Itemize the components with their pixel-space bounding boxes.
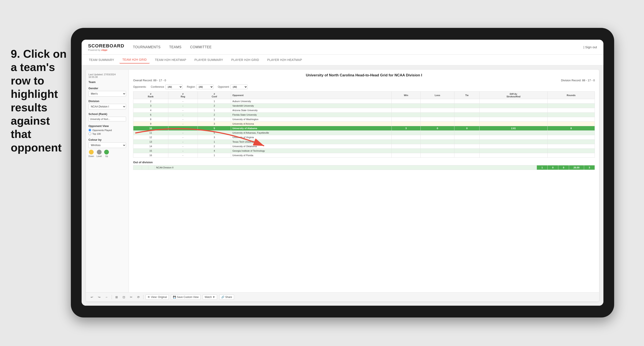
tie-cell — [454, 135, 480, 140]
tab-player-summary[interactable]: PLAYER SUMMARY — [191, 56, 226, 63]
table-row[interactable]: 10-5University of Alabama3002.618 — [133, 126, 595, 131]
tab-team-summary[interactable]: TEAM SUMMARY — [86, 56, 117, 63]
watch-label: Watch ▼ — [205, 296, 215, 299]
table-row[interactable]: 3-2Vanderbilt University — [133, 104, 595, 108]
rank-cell: 9 — [133, 122, 168, 126]
school-value[interactable]: University of Nort... — [88, 117, 126, 121]
win-cell — [392, 117, 421, 122]
opponent-view-section: Opponent View Opponents Played Top 100 — [88, 124, 126, 135]
gender-section: Gender Men's — [88, 87, 126, 96]
division-record: Division Record: 88 - 17 - 0 — [561, 79, 595, 82]
conf-cell: 6 — [198, 131, 231, 135]
table-row[interactable]: 16-1University of Florida — [133, 153, 595, 158]
win-cell — [392, 144, 421, 149]
tie-cell — [454, 122, 480, 126]
conf-cell: 1 — [198, 153, 231, 158]
tab-team-h2h-grid[interactable]: TEAM H2H GRID — [120, 56, 150, 63]
nav-teams[interactable]: TEAMS — [169, 45, 182, 49]
table-row[interactable]: 14-2University of Oklahoma — [133, 144, 595, 149]
diff-cell — [480, 108, 548, 113]
loss-cell: 0 — [420, 126, 454, 131]
col-rounds: Rounds — [548, 92, 595, 99]
conference-select[interactable]: (All) — [165, 84, 182, 89]
toolbar-btn4[interactable]: ⟳ — [136, 295, 141, 300]
rounds-cell — [548, 144, 595, 149]
table-row[interactable]: 11-6University of Arkansas, Fayetteville — [133, 131, 595, 135]
rounds-cell — [548, 108, 595, 113]
up-label: Up — [105, 155, 108, 157]
tab-team-h2h-heatmap[interactable]: TEAM H2H HEATMAP — [152, 56, 189, 63]
colour-by-select[interactable]: Win/loss — [88, 142, 126, 148]
view-original-btn[interactable]: 👁 View: Original — [146, 295, 169, 300]
toolbar-btn2[interactable]: ⊡ — [121, 295, 126, 300]
conf-cell: 2 — [198, 144, 231, 149]
win-cell — [392, 108, 421, 113]
reg-cell: - — [168, 104, 198, 108]
toolbar-btn1[interactable]: ⊞ — [114, 295, 119, 300]
division-select[interactable]: NCAA Division I — [88, 104, 126, 109]
table-row[interactable]: 4-1Arizona State University — [133, 108, 595, 113]
opponents-played-radio[interactable]: Opponents Played — [88, 129, 126, 131]
nav-tournaments[interactable]: TOURNAMENTS — [133, 45, 160, 49]
colour-dots: Down Level Up — [88, 150, 126, 157]
rounds-cell — [548, 135, 595, 140]
rank-cell: 16 — [133, 153, 168, 158]
win-cell — [392, 140, 421, 144]
conf-cell: 1 — [198, 140, 231, 144]
toolbar-btn3[interactable]: ✂ — [129, 295, 134, 300]
tab-player-h2h-grid[interactable]: PLAYER H2H GRID — [228, 56, 262, 63]
win-cell — [392, 153, 421, 158]
table-row[interactable]: 8-2University of Washington — [133, 117, 595, 122]
grid-title: University of North Carolina Head-to-Hea… — [133, 73, 595, 77]
loss-cell — [420, 99, 454, 104]
toolbar-sep1 — [112, 295, 112, 299]
sidebar: Last Updated: 27/03/2024 16:55:38 Team G… — [86, 70, 129, 292]
reg-cell: - — [168, 135, 198, 140]
sign-out-link[interactable]: | Sign out — [584, 45, 597, 49]
conf-cell: 2 — [198, 117, 231, 122]
save-custom-label: Save Custom View — [177, 296, 199, 299]
rank-cell: 11 — [133, 131, 168, 135]
reg-cell: - — [168, 131, 198, 135]
gender-select[interactable]: Men's — [88, 91, 126, 96]
undo-btn[interactable]: ↩ — [89, 295, 94, 300]
diff-cell: 2.61 — [480, 126, 548, 131]
tablet-screen: SCOREBOARD Powered by clippi TOURNAMENTS… — [82, 40, 604, 306]
team-label: Team — [88, 80, 126, 84]
grid-area: University of North Carolina Head-to-Hea… — [129, 70, 599, 292]
nav-committee[interactable]: COMMITTEE — [190, 45, 212, 49]
region-select[interactable]: (All) — [196, 84, 214, 89]
diff-cell — [480, 99, 548, 104]
reg-cell: - — [168, 108, 198, 113]
win-cell — [392, 113, 421, 117]
table-row[interactable]: 12-3University of Virginia — [133, 135, 595, 140]
watch-btn[interactable]: Watch ▼ — [203, 295, 217, 300]
redo-btn[interactable]: ↪ — [97, 295, 102, 300]
out-division-row[interactable]: NCAA Division II 1 0 0 26.00 3 — [133, 165, 595, 170]
save-custom-btn[interactable]: 💾 Save Custom View — [171, 295, 200, 300]
loss-cell — [420, 140, 454, 144]
conf-cell: 2 — [198, 104, 231, 108]
table-row[interactable]: 2-1Auburn University — [133, 99, 595, 104]
col-reg: #Reg — [168, 92, 198, 99]
table-row[interactable]: 13-1Texas Tech University — [133, 140, 595, 144]
table-row[interactable]: 9-3University of Arizona — [133, 122, 595, 126]
colour-down: Down — [88, 150, 94, 157]
diff-cell — [480, 144, 548, 149]
back-btn[interactable]: ← — [104, 295, 110, 300]
top100-radio[interactable]: Top 100 — [88, 132, 126, 135]
od-rounds: 3 — [584, 165, 595, 170]
table-row[interactable]: 15-4Georgia Institute of Technology — [133, 149, 595, 153]
opponent-select[interactable]: (All) — [230, 84, 248, 89]
share-btn[interactable]: 🔗 Share — [219, 295, 234, 300]
view-original-icon: 👁 — [148, 296, 150, 299]
school-section: School (Rank) University of Nort... — [88, 112, 126, 121]
tab-player-h2h-heatmap[interactable]: PLAYER H2H HEATMAP — [264, 56, 305, 63]
rank-cell: 10 — [133, 126, 168, 131]
tie-cell — [454, 153, 480, 158]
sub-nav: TEAM SUMMARY TEAM H2H GRID TEAM H2H HEAT… — [82, 55, 604, 65]
diff-cell — [480, 153, 548, 158]
table-row[interactable]: 6-2Florida State University — [133, 113, 595, 117]
tie-cell — [454, 117, 480, 122]
rounds-cell — [548, 131, 595, 135]
